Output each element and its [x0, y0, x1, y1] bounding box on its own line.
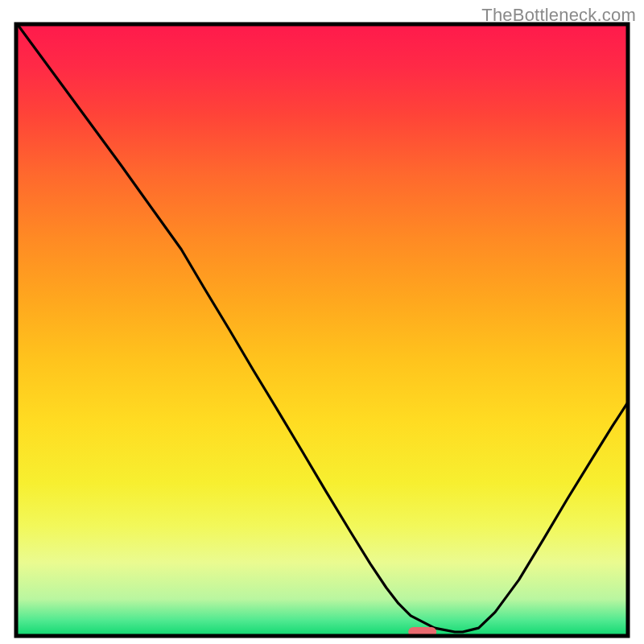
plot-background: [16, 24, 628, 636]
watermark-text: TheBottleneck.com: [481, 5, 636, 26]
bottleneck-chart: [0, 0, 644, 644]
